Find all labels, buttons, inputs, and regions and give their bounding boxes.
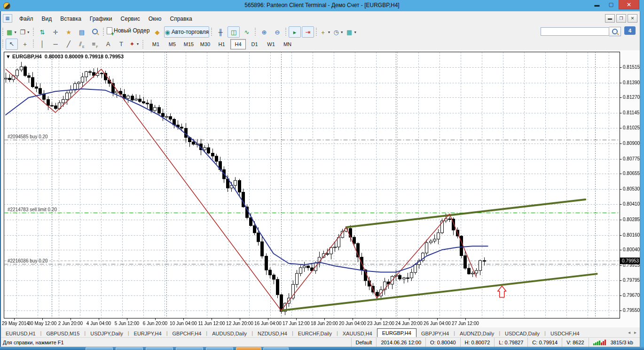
- titlebar: 565896: Panteon Client Terminal - Демо С…: [0, 0, 644, 11]
- tab-scroll-left-icon[interactable]: ◂: [628, 330, 630, 335]
- market-watch-button[interactable]: ⇅: [36, 26, 48, 38]
- connection-bars-icon: [593, 340, 606, 345]
- taskbar-app-button[interactable]: [86, 347, 113, 350]
- menu-item-help[interactable]: Справка: [166, 14, 196, 24]
- search-button[interactable]: [609, 27, 621, 36]
- arrows-button[interactable]: ✦▼: [128, 39, 141, 50]
- strategy-tester-icon: [92, 29, 98, 34]
- profiles-button[interactable]: ❐▼: [19, 26, 31, 38]
- search-input[interactable]: [541, 27, 609, 36]
- taskbar-app-button[interactable]: [206, 347, 233, 350]
- menu-item-charts[interactable]: Графики: [86, 14, 117, 24]
- windows-taskbar: [0, 347, 644, 350]
- chart-tab-usdchf-h4[interactable]: USDCHF,H4: [546, 329, 584, 337]
- taskbar-app-button[interactable]: [236, 347, 261, 350]
- menu-item-insert[interactable]: Вставка: [56, 14, 86, 24]
- window-close-button[interactable]: ✕: [619, 0, 639, 9]
- chart-tab-gbpjpy-h4[interactable]: GBPJPY,H4: [416, 329, 454, 337]
- indicators-button[interactable]: ＋▼: [319, 27, 331, 38]
- vertical-line-button[interactable]: │: [36, 39, 48, 50]
- indicators-dropdown-icon[interactable]: ▼: [328, 31, 331, 34]
- horizontal-line-button[interactable]: ─: [49, 39, 62, 50]
- taskbar-app-button[interactable]: [146, 347, 173, 350]
- timeframe-d1-button[interactable]: D1: [247, 39, 262, 49]
- tab-scroll-arrows: ◂ ▸: [628, 330, 636, 335]
- timeframe-m1-button[interactable]: M1: [148, 39, 164, 49]
- periods-button[interactable]: ◷▼: [332, 26, 345, 38]
- chart-tab-eurusd-h1[interactable]: EURUSD,H1: [1, 329, 40, 337]
- profiles-dropdown-icon[interactable]: ▼: [27, 31, 30, 34]
- status-volume: V: 8622: [562, 338, 589, 347]
- timeframe-m5-button[interactable]: M5: [165, 39, 180, 49]
- metaeditor-button[interactable]: ◆: [151, 26, 163, 38]
- window-maximize-button[interactable]: ▢: [605, 0, 618, 9]
- notifications-badge[interactable]: 4: [624, 26, 636, 35]
- crosshair-button[interactable]: ＋: [19, 39, 31, 50]
- menu-item-window[interactable]: Окно: [144, 14, 166, 24]
- candle-chart-button[interactable]: ◫: [228, 26, 240, 38]
- mdi-close-button[interactable]: ✕: [628, 14, 637, 23]
- templates-button[interactable]: ▦▼: [346, 26, 358, 38]
- chart-tab-audusd-daily[interactable]: AUDUSD,Daily: [207, 329, 251, 337]
- window-minimize-button[interactable]: ▬: [590, 0, 604, 9]
- chart-tab-nzdusd-h4[interactable]: NZDUSD,H4: [253, 329, 292, 337]
- menu-item-file[interactable]: Файл: [15, 14, 38, 24]
- zoom-in-button[interactable]: ⊕: [258, 26, 270, 38]
- new-order-button[interactable]: Новый Ордер: [106, 25, 150, 36]
- chart-tab-usdcad-daily[interactable]: USDCAD,Daily: [500, 329, 544, 337]
- bar-chart-button[interactable]: ╫: [214, 26, 227, 38]
- tools-toolbar: ↖＋│─╱⫽E≡FAT✦▼ M1M5M15M30H1H4D1W1MN: [1, 38, 640, 51]
- chart-tab-audnzd-daily[interactable]: AUDNZD,Daily: [455, 329, 499, 337]
- chart-tab-gbpusd-m15[interactable]: GBPUSD,M15: [41, 329, 84, 337]
- menu-item-view[interactable]: Вид: [38, 14, 56, 24]
- chart-tab-eurchf-daily[interactable]: EURCHF,Daily: [293, 329, 337, 337]
- arrows-dropdown-icon[interactable]: ▼: [136, 42, 139, 46]
- taskbar-app-button[interactable]: [263, 347, 289, 350]
- status-profile[interactable]: Default: [351, 338, 377, 347]
- data-window-button[interactable]: ✛: [49, 26, 62, 38]
- strategy-tester-button[interactable]: [89, 26, 101, 37]
- timeframe-mn-button[interactable]: MN: [280, 39, 295, 49]
- fibonacci-button[interactable]: ≡F: [89, 39, 101, 50]
- auto-trading-button[interactable]: ◉Авто-торговля: [164, 26, 209, 38]
- auto-scroll-icon: ▸: [293, 29, 297, 36]
- status-open: O: 0.80040: [425, 338, 460, 347]
- taskbar-app-button[interactable]: [116, 347, 143, 350]
- zoom-out-button[interactable]: ⊖: [271, 26, 283, 38]
- status-low: L: 0.79827: [494, 338, 527, 347]
- mdi-minimize-button[interactable]: ▬: [605, 14, 615, 23]
- trendline-button[interactable]: ╱: [63, 39, 75, 50]
- timeframe-w1-button[interactable]: W1: [263, 39, 279, 49]
- auto-scroll-button[interactable]: ▸: [289, 26, 301, 38]
- templates-dropdown-icon[interactable]: ▼: [353, 31, 357, 34]
- timeframe-m30-button[interactable]: M30: [197, 39, 213, 49]
- timeframe-h4-button[interactable]: H4: [230, 39, 246, 49]
- cursor-icon: ↖: [9, 40, 15, 48]
- chart-tab-xauusd-h4[interactable]: XAUUSD,H4: [338, 329, 377, 337]
- timeframe-m15-button[interactable]: M15: [181, 39, 196, 49]
- indicators-icon: ＋: [320, 28, 326, 37]
- chart-shift-button[interactable]: ⇥: [302, 26, 314, 38]
- new-chart-button[interactable]: ▦▼: [6, 26, 18, 38]
- periods-dropdown-icon[interactable]: ▼: [340, 31, 344, 34]
- timeframe-h1-button[interactable]: H1: [214, 39, 229, 49]
- navigator-button[interactable]: ★: [63, 26, 75, 38]
- line-chart-button[interactable]: ∿: [241, 26, 253, 38]
- text-label-button[interactable]: T: [115, 39, 127, 50]
- chart-tab-eurgbp-h4[interactable]: EURGBP,H4: [377, 328, 416, 337]
- menu-item-service[interactable]: Сервис: [117, 14, 144, 24]
- chart-tab-gbpchf-h4[interactable]: GBPCHF,H4: [168, 329, 206, 337]
- chart-tab-eurjpy-h4[interactable]: EURJPY,H4: [129, 329, 166, 337]
- equidistant-channel-button[interactable]: ⫽E: [76, 39, 88, 50]
- cursor-button[interactable]: ↖: [6, 39, 18, 50]
- auto-trading-icon: ◉: [165, 29, 170, 36]
- tab-scroll-right-icon[interactable]: ▸: [634, 330, 636, 335]
- terminal-button[interactable]: ▤: [76, 26, 88, 38]
- taskbar-app-button[interactable]: [176, 347, 203, 350]
- text-button[interactable]: A: [102, 39, 114, 50]
- mdi-restore-button[interactable]: ❐: [616, 14, 626, 23]
- chart-canvas[interactable]: [1, 50, 640, 327]
- new-chart-dropdown-icon[interactable]: ▼: [14, 31, 17, 34]
- chart-tab-usdjpy-daily[interactable]: USDJPY,Daily: [86, 329, 128, 337]
- periods-icon: ◷: [333, 29, 338, 36]
